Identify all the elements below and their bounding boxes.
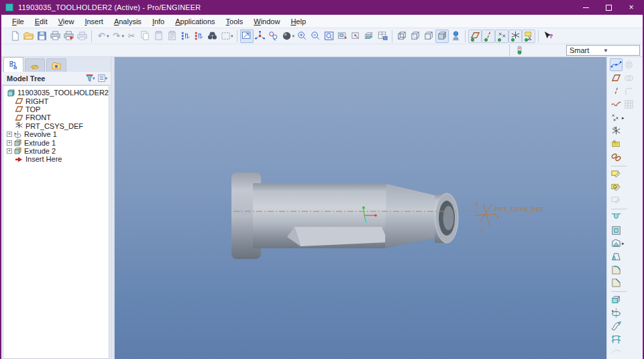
minimize-button[interactable] — [574, 0, 597, 15]
extrude-tool-icon[interactable] — [610, 293, 623, 306]
tree-row-extrude2[interactable]: + Extrude 2 — [7, 147, 109, 155]
view-normal-icon[interactable] — [349, 30, 362, 43]
combo-dropdown-icon[interactable]: ▼ — [603, 48, 637, 54]
paste-special-icon[interactable] — [165, 30, 178, 43]
regen-status-icon[interactable] — [513, 44, 526, 57]
context-help-icon[interactable]: ? — [541, 30, 555, 43]
draft-tool-icon[interactable] — [610, 250, 623, 263]
no-hidden-style-icon[interactable] — [422, 30, 435, 43]
repaint-icon[interactable] — [240, 30, 254, 43]
csys-symbol[interactable] — [475, 203, 496, 227]
avatar-icon[interactable] — [449, 30, 462, 43]
datum-plane-tool-icon[interactable] — [610, 72, 623, 85]
selection-filter-combobox[interactable]: Smart ▼ — [566, 45, 640, 56]
menu-tools[interactable]: Tools — [221, 16, 249, 27]
menu-edit[interactable]: Edit — [30, 16, 53, 27]
hole-tool-icon[interactable] — [610, 211, 623, 223]
copy-icon[interactable] — [138, 30, 152, 43]
select-marquee-icon[interactable] — [219, 30, 232, 43]
regenerate-icon[interactable] — [178, 30, 192, 43]
plot-preview-icon[interactable] — [75, 30, 89, 43]
menu-info[interactable]: Info — [147, 16, 170, 27]
menu-file[interactable]: File — [7, 16, 30, 27]
maximize-button[interactable] — [597, 0, 620, 15]
layers-icon[interactable] — [362, 30, 376, 43]
tree-row-part[interactable]: 11903035_TOOLHOLDER2.PRT — [7, 89, 109, 97]
undo-icon[interactable]: ↶ — [95, 30, 108, 43]
tree-row-insert-here[interactable]: Insert Here — [7, 155, 109, 163]
sweep-tool-icon[interactable] — [610, 319, 623, 332]
print-setup-icon[interactable] — [62, 30, 75, 43]
datum-plane-toggle-icon[interactable] — [468, 30, 482, 43]
open-file-icon[interactable] — [21, 30, 35, 43]
view-manager-icon[interactable] — [376, 30, 389, 43]
shading-style-icon[interactable] — [280, 30, 294, 43]
spin-center-icon[interactable] — [254, 30, 267, 43]
tab-model-tree[interactable] — [3, 57, 23, 72]
datum-csys-toggle-icon[interactable] — [508, 30, 522, 43]
tree-row-revolve1[interactable]: + Revolve 1 — [7, 130, 109, 138]
tab-layers[interactable] — [25, 58, 45, 72]
zoom-in-icon[interactable] — [295, 30, 309, 43]
expand-icon[interactable]: + — [7, 140, 12, 146]
chamfer-tool-icon[interactable] — [610, 276, 623, 289]
revolve-tool-icon[interactable] — [610, 307, 623, 319]
shaded-style-icon[interactable] — [435, 30, 449, 43]
datum-axis-toggle-icon[interactable] — [482, 30, 495, 43]
datum-axis-tool-icon[interactable] — [610, 85, 623, 98]
sketch-view-icon[interactable] — [610, 181, 623, 194]
model-bore-inner[interactable] — [443, 206, 454, 230]
graphics-viewport[interactable]: A_1 y x z — [115, 57, 606, 359]
tree-settings-icon[interactable]: ▾ — [97, 74, 108, 83]
csys-label[interactable]: PRT_CSYS_DEF — [494, 205, 544, 213]
tree-row-front[interactable]: FRONT — [7, 113, 109, 121]
refit-icon[interactable] — [322, 30, 335, 43]
axis-label[interactable]: A_1 — [239, 208, 250, 215]
menu-analysis[interactable]: Analysis — [109, 16, 147, 27]
shell-tool-icon[interactable] — [610, 224, 623, 237]
paste-icon[interactable] — [152, 30, 165, 43]
zoom-out-icon[interactable] — [309, 30, 322, 43]
datum-point-toggle-icon[interactable] — [495, 30, 508, 43]
regen-manager-icon[interactable] — [192, 30, 205, 43]
tree-row-top[interactable]: TOP — [7, 105, 109, 113]
tree-row-extrude1[interactable]: + Extrude 1 — [7, 138, 109, 146]
tab-folder-browser[interactable] — [46, 58, 66, 72]
find-icon[interactable] — [205, 30, 219, 43]
tree-row-csys[interactable]: PRT_CSYS_DEF — [7, 122, 109, 130]
datum-curve-tool-icon[interactable] — [610, 98, 623, 111]
menu-view[interactable]: View — [53, 16, 80, 27]
expand-icon[interactable]: + — [7, 132, 12, 137]
datum-csys-tool-icon[interactable] — [610, 125, 623, 138]
cut-icon[interactable]: ✂ — [125, 30, 138, 43]
insert-here-icon — [15, 155, 23, 164]
print-icon[interactable] — [48, 30, 62, 43]
tree-filters-icon[interactable]: ▾ — [85, 74, 96, 83]
expand-icon[interactable]: + — [7, 148, 12, 154]
tree-row-right[interactable]: RIGHT — [7, 97, 109, 105]
sketch-tool-icon[interactable] — [610, 138, 623, 150]
redo-icon[interactable]: ↷ — [110, 30, 123, 43]
menu-insert[interactable]: Insert — [79, 16, 109, 27]
menu-help[interactable]: Help — [285, 16, 311, 27]
menu-applications[interactable]: Applications — [170, 16, 220, 27]
merge-tool-icon — [623, 72, 635, 85]
sketch-plane-icon[interactable] — [610, 168, 623, 181]
app-window: 11903035_TOOLHOLDER2 (Active) - Pro/ENGI… — [0, 0, 644, 359]
menu-window[interactable]: Window — [248, 16, 285, 27]
hidden-line-style-icon[interactable] — [409, 30, 422, 43]
orient-mode-icon[interactable] — [267, 30, 280, 43]
style-tool-icon[interactable] — [610, 58, 623, 71]
copy-geometry-icon[interactable] — [610, 151, 623, 164]
datum-point-tool-icon[interactable] — [610, 111, 623, 124]
save-icon[interactable] — [35, 30, 48, 43]
boundary-blend-tool-icon[interactable] — [610, 333, 623, 346]
round-tool-icon[interactable] — [610, 264, 623, 276]
wireframe-style-icon[interactable] — [395, 30, 409, 43]
model-cone[interactable] — [385, 184, 435, 248]
new-file-icon[interactable] — [8, 30, 21, 43]
rib-tool-icon[interactable] — [610, 237, 623, 250]
close-button[interactable]: × — [620, 0, 643, 15]
annotation-toggle-icon[interactable] — [522, 30, 535, 43]
saved-views-icon[interactable] — [335, 30, 349, 43]
